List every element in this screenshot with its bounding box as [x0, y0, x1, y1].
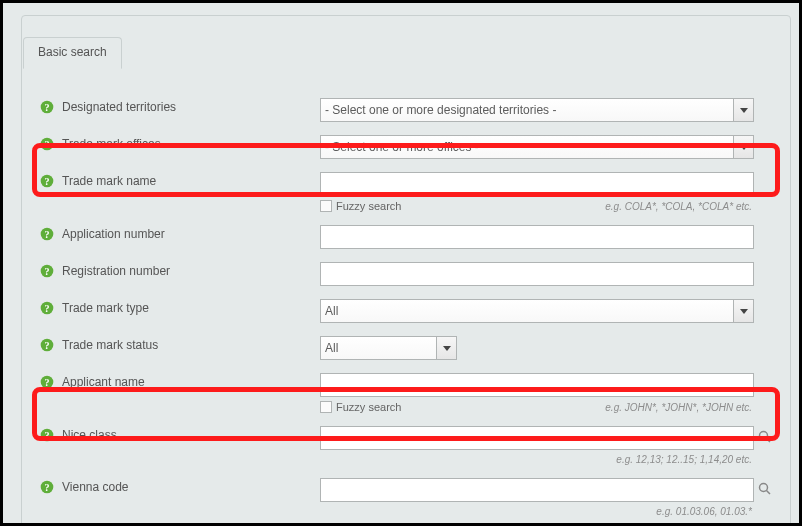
svg-text:?: ? [45, 266, 50, 277]
hint-tmname: e.g. COLA*, *COLA, *COLA* etc. [605, 201, 752, 212]
help-icon[interactable]: ? [40, 301, 54, 315]
help-icon[interactable]: ? [40, 375, 54, 389]
svg-point-22 [760, 484, 768, 492]
label-tmstatus: Trade mark status [62, 338, 158, 352]
help-icon[interactable]: ? [40, 137, 54, 151]
svg-line-23 [767, 491, 771, 495]
search-icon[interactable] [758, 430, 772, 444]
label-appnum: Application number [62, 227, 165, 241]
regnum-input[interactable] [320, 262, 754, 286]
help-icon[interactable]: ? [40, 174, 54, 188]
fuzzy-checkbox-tmname[interactable] [320, 200, 332, 212]
label-vienna: Vienna code [62, 480, 129, 494]
svg-text:?: ? [45, 176, 50, 187]
vienna-input[interactable] [320, 478, 754, 502]
fuzzy-label: Fuzzy search [336, 200, 401, 212]
svg-text:?: ? [45, 139, 50, 150]
fuzzy-checkbox-applicant[interactable] [320, 401, 332, 413]
label-tmname: Trade mark name [62, 174, 156, 188]
offices-value: - Select one or more offices - [325, 140, 479, 154]
label-applicant: Applicant name [62, 375, 145, 389]
help-icon[interactable]: ? [40, 480, 54, 494]
label-nice: Nice class [62, 428, 117, 442]
fuzzy-label: Fuzzy search [336, 401, 401, 413]
svg-text:?: ? [45, 482, 50, 493]
chevron-down-icon[interactable] [733, 99, 753, 121]
tmname-input[interactable] [320, 172, 754, 196]
svg-text:?: ? [45, 430, 50, 441]
tmtype-select[interactable]: All [320, 299, 754, 323]
label-territories: Designated territories [62, 100, 176, 114]
help-icon[interactable]: ? [40, 264, 54, 278]
tmstatus-select[interactable]: All [320, 336, 457, 360]
hint-nice: e.g. 12,13; 12..15; 1,14,20 etc. [616, 454, 752, 465]
label-tmtype: Trade mark type [62, 301, 149, 315]
tab-basic-search[interactable]: Basic search [23, 37, 122, 69]
chevron-down-icon[interactable] [436, 337, 456, 359]
tmtype-value: All [325, 304, 338, 318]
label-offices: Trade mark offices [62, 137, 161, 151]
svg-text:?: ? [45, 229, 50, 240]
appnum-input[interactable] [320, 225, 754, 249]
tmstatus-value: All [325, 341, 338, 355]
svg-point-18 [760, 432, 768, 440]
help-icon[interactable]: ? [40, 428, 54, 442]
applicant-input[interactable] [320, 373, 754, 397]
territories-value: - Select one or more designated territor… [325, 103, 556, 117]
svg-text:?: ? [45, 102, 50, 113]
offices-select[interactable]: - Select one or more offices - [320, 135, 754, 159]
help-icon[interactable]: ? [40, 338, 54, 352]
help-icon[interactable]: ? [40, 227, 54, 241]
svg-text:?: ? [45, 303, 50, 314]
chevron-down-icon[interactable] [733, 136, 753, 158]
hint-applicant: e.g. JOHN*, *JOHN*, *JOHN etc. [605, 402, 752, 413]
search-icon[interactable] [758, 482, 772, 496]
svg-line-19 [767, 439, 771, 443]
chevron-down-icon[interactable] [733, 300, 753, 322]
label-regnum: Registration number [62, 264, 170, 278]
territories-select[interactable]: - Select one or more designated territor… [320, 98, 754, 122]
nice-input[interactable] [320, 426, 754, 450]
hint-vienna: e.g. 01.03.06, 01.03.* [656, 506, 752, 517]
help-icon[interactable]: ? [40, 100, 54, 114]
svg-text:?: ? [45, 377, 50, 388]
svg-text:?: ? [45, 340, 50, 351]
